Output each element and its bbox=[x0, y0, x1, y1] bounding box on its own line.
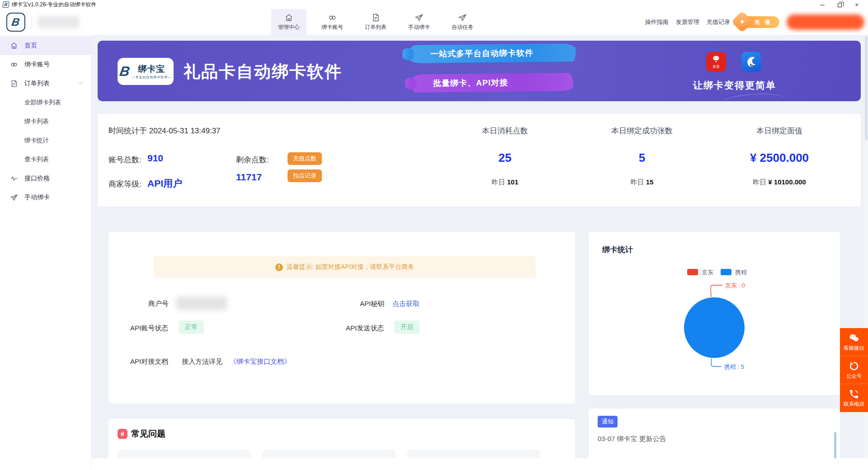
sidebar-item-bind-card-account[interactable]: 绑卡账号 bbox=[0, 55, 91, 74]
sidebar-item-manual-bind[interactable]: 手动绑卡 bbox=[0, 188, 91, 207]
notice-badge: 通知 bbox=[598, 416, 618, 428]
pulse-icon bbox=[10, 174, 18, 183]
merchant-id-label: 商户号 bbox=[148, 300, 169, 308]
stat-column-title: 本日绑定成功张数 bbox=[611, 126, 673, 136]
banner-headline: 礼品卡自动绑卡软件 bbox=[184, 61, 342, 83]
send-icon bbox=[10, 193, 18, 202]
banner-logo-tagline: —专业的自动绑卡软件— bbox=[132, 75, 171, 80]
topnav-label: 管理中心 bbox=[278, 24, 300, 31]
home-icon bbox=[284, 13, 293, 22]
sidebar-label: 接口价格 bbox=[24, 174, 50, 183]
faq-title: 常见问题 bbox=[131, 428, 165, 440]
topnav-item-management-center[interactable]: 管理中心 bbox=[271, 9, 307, 35]
api-doc-label: API对接文档 bbox=[130, 357, 168, 366]
main-area: 首页 绑卡账号 订单列表 全部绑卡列表 绑卡列表 绑卡统计 查卡列表 接口价格 … bbox=[0, 35, 868, 470]
legend-swatch-ctrip[interactable] bbox=[721, 269, 731, 275]
float-button-label: 公众号 bbox=[846, 373, 862, 380]
api-secret-label: API秘钥 bbox=[360, 300, 384, 308]
ctrip-callout-label: 携程 : 5 bbox=[724, 363, 744, 370]
stat-column-yesterday: 昨日101 bbox=[491, 178, 518, 187]
chevron-down-icon bbox=[77, 80, 84, 88]
sidebar-label: 订单列表 bbox=[24, 80, 50, 88]
sidebar-item-bind-card-stats[interactable]: 绑卡统计 bbox=[0, 131, 91, 150]
recharge-points-button[interactable]: 充值点数 bbox=[288, 152, 322, 165]
send-icon bbox=[415, 13, 424, 22]
link-icon bbox=[328, 13, 337, 22]
official-account-button[interactable]: 公众号 bbox=[840, 356, 868, 384]
restore-button[interactable] bbox=[831, 0, 848, 9]
sidebar-item-home[interactable]: 首页 bbox=[0, 36, 91, 55]
stat-column-title: 本日消耗点数 bbox=[482, 126, 528, 136]
topnav-label: 手动绑卡 bbox=[408, 24, 430, 31]
legend-swatch-jd[interactable] bbox=[687, 269, 698, 275]
blurred-user-button[interactable] bbox=[787, 14, 864, 30]
document-icon bbox=[10, 80, 18, 88]
faq-header: # 常见问题 bbox=[118, 428, 165, 440]
legend-label-ctrip[interactable]: 携程 bbox=[735, 269, 747, 276]
ctrip-callout-line bbox=[711, 358, 722, 367]
hash-icon: # bbox=[118, 429, 127, 439]
page-bottom-strip bbox=[91, 458, 868, 470]
link-invoice-management[interactable]: 发票管理 bbox=[676, 18, 699, 26]
contact-phone-button[interactable]: 联系电话 bbox=[840, 384, 868, 412]
warning-icon: ! bbox=[275, 263, 283, 271]
api-doc-link[interactable]: 《绑卡宝接口文档》 bbox=[230, 357, 291, 366]
topnav-item-auto-task[interactable]: 自动任务 bbox=[445, 9, 480, 35]
close-button[interactable]: × bbox=[848, 0, 865, 9]
sidebar-item-check-card-list[interactable]: 查卡列表 bbox=[0, 150, 91, 169]
stat-column-value: ¥ 2500.000 bbox=[750, 151, 809, 165]
window-title: 绑卡宝v1.0.26-专业的自动绑卡软件 bbox=[12, 1, 96, 9]
link-recharge-record[interactable]: 充值记录 bbox=[707, 18, 730, 26]
points-value: 11717 bbox=[236, 172, 262, 183]
pie-chart: 京东 携程 京东 : 0 携程 : 5 bbox=[589, 250, 840, 395]
window-controls: ─ × bbox=[814, 0, 865, 9]
banner-logo-title: 绑卡宝 bbox=[138, 63, 165, 75]
pie-slice-ctrip[interactable] bbox=[684, 297, 745, 358]
sidebar-item-api-price[interactable]: 接口价格 bbox=[0, 169, 91, 188]
merchant-level-value: API用户 bbox=[147, 177, 182, 190]
api-secret-get-link[interactable]: 点击获取 bbox=[392, 300, 420, 308]
float-button-label: 联系电话 bbox=[844, 401, 864, 408]
top-navigation: 管理中心 绑卡账号 订单列表 手动绑卡 自动任务 bbox=[271, 9, 480, 35]
app-logo-icon: B bbox=[2, 1, 9, 8]
recharge-button[interactable]: 充 值 bbox=[742, 16, 779, 28]
official-account-icon bbox=[849, 361, 859, 371]
sidebar-item-all-bind-card-list[interactable]: 全部绑卡列表 bbox=[0, 93, 91, 112]
warm-tip-text: 温馨提示: 如需对接API对接，请联系平台商务 bbox=[287, 263, 414, 271]
notice-item[interactable]: 03-07 绑卡宝 更新公告 bbox=[598, 435, 666, 443]
warm-tip-bar: ! 温馨提示: 如需对接API对接，请联系平台商务 bbox=[154, 256, 536, 278]
jd-icon-label: 京东 bbox=[712, 64, 720, 69]
stat-column-value: 25 bbox=[499, 151, 512, 165]
sidebar-item-order-list[interactable]: 订单列表 bbox=[0, 74, 91, 93]
sidebar-item-bind-card-list[interactable]: 绑卡列表 bbox=[0, 112, 91, 131]
stat-column-yesterday: 昨日¥ 10100.000 bbox=[753, 178, 806, 187]
topnav-item-manual-bind[interactable]: 手动绑卡 bbox=[401, 9, 437, 35]
brand-logo-icon: B bbox=[118, 64, 131, 79]
header-actions: 操作指南 发票管理 充值记录 充 值 bbox=[645, 9, 864, 35]
float-button-label: 客服微信 bbox=[844, 345, 864, 352]
legend-label-jd[interactable]: 京东 bbox=[702, 269, 713, 276]
deduct-record-button[interactable]: 扣点记录 bbox=[288, 169, 322, 182]
content-scrollbar-thumb[interactable] bbox=[865, 36, 868, 140]
banner-ribbon-2: 批量绑卡、API对接 bbox=[411, 73, 573, 93]
wechat-icon bbox=[849, 333, 859, 343]
app-header: B 管理中心 绑卡账号 订单列表 手动绑卡 自动任务 操作指南 发票管理 充值记… bbox=[0, 9, 868, 35]
topnav-item-bind-card-account[interactable]: 绑卡账号 bbox=[315, 9, 350, 35]
customer-service-wechat-button[interactable]: 客服微信 bbox=[840, 328, 868, 356]
link-operation-guide[interactable]: 操作指南 bbox=[645, 18, 669, 26]
topnav-item-order-list[interactable]: 订单列表 bbox=[358, 9, 393, 35]
home-icon bbox=[10, 42, 18, 50]
banner-ribbon-1: 一站式多平台自动绑卡软件 bbox=[409, 43, 576, 63]
bind-card-stats-card: 绑卡统计 京东 携程 京东 : 0 携程 : 5 bbox=[589, 232, 840, 395]
sidebar-label: 手动绑卡 bbox=[24, 193, 50, 202]
jd-app-icon: 京东 bbox=[706, 52, 726, 72]
floating-contact-stack: 客服微信 公众号 联系电话 bbox=[840, 328, 868, 412]
stat-column-title: 本日绑定面值 bbox=[756, 126, 802, 136]
minimize-button[interactable]: ─ bbox=[814, 0, 831, 9]
header-brand: B bbox=[6, 13, 79, 32]
api-info-card: ! 温馨提示: 如需对接API对接，请联系平台商务 商户号 API秘钥 点击获取… bbox=[108, 232, 575, 404]
jd-callout-label: 京东 : 0 bbox=[725, 282, 745, 289]
content-area: B 绑卡宝 —专业的自动绑卡软件— 礼品卡自动绑卡软件 一站式多平台自动绑卡软件… bbox=[91, 35, 868, 470]
topnav-label: 订单列表 bbox=[365, 24, 387, 31]
brand-logo-icon: B bbox=[6, 13, 25, 32]
